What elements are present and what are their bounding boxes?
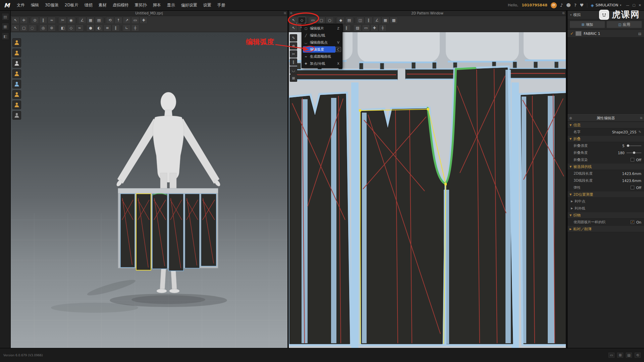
section-header[interactable]: ▼被选择的线 [568,163,644,170]
smooth-curve-item[interactable]: ≈生成圆顺曲线 [302,53,342,60]
menubar-item-1[interactable]: 编辑 [28,2,42,8]
menubar-item-10[interactable]: 偏好设置 [178,2,200,8]
panel-dock-icon[interactable]: ⧉ [290,11,292,15]
show-garment[interactable] [12,69,21,78]
angle-measure-tool[interactable]: ∠ [78,17,86,24]
raise-tool[interactable]: ↑ [114,17,122,24]
fit-view-icon[interactable]: ▭ [608,353,614,358]
fold-arrange-tool[interactable]: ◧ [59,24,67,32]
free-sew-tool[interactable]: ≈ [48,17,56,24]
show-internal-lines[interactable] [12,90,21,99]
menubar-item-4[interactable]: 缝纫 [82,2,96,8]
label-tool[interactable]: ▭ [362,24,370,32]
lasso-select-tool[interactable]: ◌ [28,24,36,32]
show-shoes[interactable] [12,59,21,68]
grid-toggle-icon[interactable]: ⊞ [617,353,623,358]
menubar-item-6[interactable]: 虚拟模特 [110,2,132,8]
apply-button[interactable]: ◫ 应用 [606,21,642,28]
section-header[interactable]: ▼织物 [568,212,644,219]
checkbox-off[interactable] [631,186,634,189]
selection-point[interactable] [444,183,447,185]
panel-maximize-icon[interactable]: ⧉ [284,11,286,15]
menubar-item-7[interactable]: 重拓扑 [132,2,150,8]
checkbox-on[interactable]: ✓ [631,220,634,224]
add-point-split-item[interactable]: ✚加点/分线X [302,60,342,67]
internal-line-tool[interactable]: ∥ [365,17,373,24]
transform-pattern-tool[interactable]: ↖▾ [289,17,298,24]
selection-point[interactable] [427,108,429,110]
pattern-piece-far-right[interactable] [521,93,566,344]
show-pattern-3d[interactable] [12,80,21,88]
curve-strip-tool[interactable]: ◡ [290,66,297,74]
selection-point[interactable] [359,109,361,112]
user-id-label[interactable]: 1010795848 [522,3,547,7]
slider-track[interactable] [627,153,641,153]
menubar-item-5[interactable]: 素材 [96,2,110,8]
edit-point-line-item-body[interactable]: ╱编辑点/线 [303,32,335,39]
edit-pattern-item[interactable]: ▢编辑板片Z [302,25,342,32]
layout-icon[interactable]: ▤ [626,353,632,358]
select-tool[interactable]: ↖ [11,17,19,24]
move-gizmo-tool[interactable]: ✛ [20,17,28,24]
section-header[interactable]: ▼2D位置测量 [568,191,644,198]
pin-box-tool[interactable]: ◎ [39,24,47,32]
fabric-list-item[interactable]: ✓ FABRIC 1 ▤ [568,29,644,38]
show-measurements[interactable] [12,111,21,120]
volume-icon[interactable]: ♪ [560,3,563,8]
grid-strip-tool[interactable]: ⊞ [290,74,297,82]
edit-curvature-item[interactable]: ◝编辑弧度C [302,46,342,53]
pen-strip-tool[interactable]: ✎ [290,34,297,42]
panel-2d-titlebar[interactable]: ⧉ 2D Pattern Window ⧉ [289,11,566,16]
scene-tab-icon[interactable]: ▤ [2,13,9,20]
smooth-curve-item-body[interactable]: ≈生成圆顺曲线 [303,53,335,60]
add-point-strip-tool[interactable]: ⊕ [290,42,297,50]
print-layout-tool[interactable]: ▩ [390,17,398,24]
rectangle-tool[interactable]: ▢ [317,17,325,24]
pattern-canvas-2d[interactable] [289,32,566,348]
show-hair[interactable] [12,49,21,57]
grid-2d-tool[interactable]: ▦ [381,17,389,24]
property-row[interactable]: ▶到中点 [568,198,644,205]
panel-divider[interactable] [287,11,289,348]
arrange-tool[interactable]: ↗ [123,17,131,24]
slider-handle[interactable] [633,152,635,154]
panel-maximize-icon[interactable]: ⧉ [562,11,565,15]
trace-tool[interactable]: ◫ [356,17,364,24]
app-logo[interactable]: M [4,2,10,9]
flatten-tool[interactable]: ▭ [131,17,139,24]
property-editor-header[interactable]: ⊕ 属性编辑器 ⧉ [568,114,644,122]
parallel-strip-tool[interactable]: ∥ [290,58,297,66]
edit-pencil-icon[interactable]: ✎ [639,130,641,134]
property-row[interactable]: ▶到外线 [568,205,644,212]
pattern-piece-left[interactable] [289,94,350,344]
measure-2d-tool[interactable]: ┼ [379,24,387,32]
scissors-tool[interactable]: ✂ [59,17,67,24]
slider-handle[interactable] [627,144,629,147]
section-header[interactable]: ▼折叠 [568,135,644,142]
multi-pin-tool[interactable]: ⊚ [48,24,56,32]
texture-tool[interactable]: ▤ [95,17,103,24]
grid-tool[interactable]: ▦ [87,17,95,24]
promo-icon[interactable]: ♥ [580,3,584,8]
section-header[interactable]: ▶粘衬／削薄 [568,226,644,232]
select-mesh-tool[interactable]: ↖ [11,24,19,32]
simulation-mode-selector[interactable]: ◈ SIMULATION ▾ [587,3,621,8]
help-icon[interactable]: ? [574,3,577,8]
edit-pattern-item-body[interactable]: ▢编辑板片 [303,25,335,32]
angle-tool[interactable]: ∠ [373,17,381,24]
edit-curvature-item-body[interactable]: ◝编辑弧度 [303,46,335,53]
edit-pattern-tool[interactable]: ◇▾ [298,17,306,24]
menubar-item-8[interactable]: 脚本 [150,2,164,8]
scene-3d[interactable] [11,32,287,348]
menubar-item-2[interactable]: 3D服装 [42,2,62,8]
align-tool[interactable]: ∟ [123,24,131,32]
object-list-area[interactable] [568,38,644,114]
menubar-item-11[interactable]: 设置 [200,2,214,8]
circle-tool[interactable]: ○ [326,17,334,24]
pin-tool[interactable]: ⊙ [31,17,39,24]
show-avatar[interactable] [12,38,21,47]
refresh-icon[interactable]: ⟲ [635,353,641,358]
grading-tool[interactable]: ▤ [345,17,353,24]
menubar-item-0[interactable]: 文件 [14,2,28,8]
zipper-tool[interactable]: ≡ [103,24,111,32]
